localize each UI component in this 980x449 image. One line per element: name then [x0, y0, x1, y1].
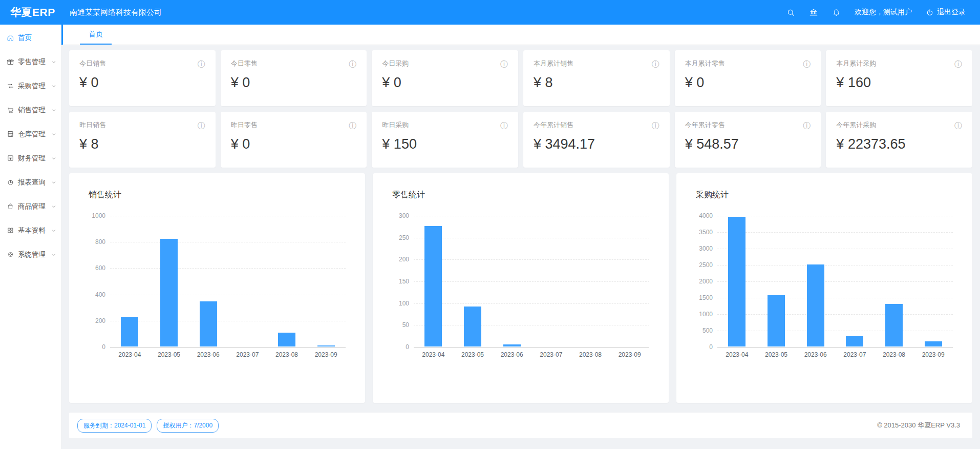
- info-icon[interactable]: ⓘ: [198, 121, 205, 129]
- chart-card-采购统计: 采购统计050010001500200025003000350040002023…: [676, 173, 972, 403]
- info-icon[interactable]: ⓘ: [500, 60, 508, 68]
- chart-plot-area: 02004006008001000: [110, 216, 346, 347]
- y-tick-label: 150: [399, 278, 409, 285]
- service-expiry-badge[interactable]: 服务到期：2024-01-01: [77, 419, 152, 433]
- y-tick-label: 400: [95, 291, 105, 298]
- stat-value: ¥ 548.57: [685, 136, 811, 152]
- gridline: [717, 331, 953, 331]
- y-tick-label: 1500: [699, 294, 713, 301]
- app-logo[interactable]: 华夏ERP: [0, 5, 61, 19]
- y-tick-label: 1000: [92, 212, 105, 219]
- bar-2023-09: [317, 345, 335, 346]
- x-tick-label: 2023-08: [875, 351, 914, 358]
- logout-label: 退出登录: [937, 8, 966, 17]
- gridline: [414, 347, 649, 348]
- chevron-down-icon: [51, 84, 56, 89]
- info-icon[interactable]: ⓘ: [349, 60, 356, 68]
- stat-label: 昨日销售: [79, 120, 106, 130]
- sidebar-item-销售管理[interactable]: 销售管理: [0, 98, 61, 122]
- sidebar-item-财务管理[interactable]: 财务管理: [0, 146, 61, 170]
- bar-2023-08: [885, 304, 903, 346]
- chart-plot-area: 05001000150020002500300035004000: [717, 216, 953, 347]
- sidebar-item-仓库管理[interactable]: 仓库管理: [0, 122, 61, 146]
- stat-row: 昨日销售ⓘ¥ 8昨日零售ⓘ¥ 0昨日采购ⓘ¥ 150今年累计销售ⓘ¥ 3494.…: [69, 112, 972, 168]
- stat-cards: 今日销售ⓘ¥ 0今日零售ⓘ¥ 0今日采购ⓘ¥ 0本月累计销售ⓘ¥ 8本月累计零售…: [69, 50, 972, 168]
- stat-row: 今日销售ⓘ¥ 0今日零售ⓘ¥ 0今日采购ⓘ¥ 0本月累计销售ⓘ¥ 8本月累计零售…: [69, 50, 972, 106]
- y-tick-label: 300: [399, 212, 409, 219]
- x-tick-label: 2023-05: [757, 351, 796, 358]
- chevron-down-icon: [51, 108, 56, 113]
- stat-label: 昨日零售: [231, 120, 258, 130]
- y-tick-label: 0: [102, 343, 105, 351]
- info-icon[interactable]: ⓘ: [803, 60, 811, 68]
- info-icon[interactable]: ⓘ: [954, 121, 962, 129]
- gridline: [717, 314, 953, 315]
- chart-card-零售统计: 零售统计0501001502002503002023-042023-052023…: [373, 173, 669, 403]
- gridline: [414, 325, 649, 325]
- x-tick-label: 2023-07: [531, 351, 571, 358]
- stat-card-本月累计采购: 本月累计采购ⓘ¥ 160: [826, 50, 972, 106]
- x-tick-label: 2023-06: [492, 351, 531, 358]
- chart-plot-area: 050100150200250300: [414, 216, 649, 347]
- footer-bar: 服务到期：2024-01-01 授权用户：7/2000 © 2015-2030 …: [69, 413, 972, 438]
- bank-icon[interactable]: [809, 8, 818, 17]
- licensed-users-badge[interactable]: 授权用户：7/2000: [157, 419, 219, 433]
- gridline: [717, 249, 953, 249]
- bar-2023-05: [464, 307, 481, 347]
- sidebar-item-报表查询[interactable]: 报表查询: [0, 170, 61, 194]
- stat-card-今年累计采购: 今年累计采购ⓘ¥ 22373.65: [826, 112, 972, 168]
- sidebar-item-label: 首页: [18, 33, 56, 43]
- sidebar-item-零售管理[interactable]: 零售管理: [0, 50, 61, 74]
- bell-icon[interactable]: [832, 8, 841, 17]
- gridline: [717, 265, 953, 266]
- info-icon[interactable]: ⓘ: [652, 60, 659, 68]
- sidebar-item-label: 采购管理: [18, 81, 51, 91]
- x-tick-label: 2023-06: [796, 351, 835, 358]
- sidebar-item-label: 仓库管理: [18, 130, 51, 139]
- y-tick-label: 4000: [699, 212, 713, 219]
- info-icon[interactable]: ⓘ: [349, 121, 356, 129]
- stat-label: 今日采购: [382, 59, 409, 68]
- gridline: [414, 259, 649, 260]
- stat-value: ¥ 0: [382, 75, 508, 91]
- tab-bar: 首页: [61, 25, 980, 45]
- info-icon[interactable]: ⓘ: [500, 121, 508, 129]
- stat-card-今日零售: 今日零售ⓘ¥ 0: [221, 50, 367, 106]
- info-icon[interactable]: ⓘ: [803, 121, 811, 129]
- welcome-text: 欢迎您，测试用户: [855, 8, 912, 17]
- search-icon[interactable]: [786, 8, 795, 17]
- app-header: 华夏ERP 南通某某网络科技有限公司 欢迎您，测试用户 退出登录: [0, 0, 980, 25]
- bar-2023-04: [728, 217, 745, 346]
- gridline: [414, 238, 649, 238]
- gridline: [414, 303, 649, 304]
- stat-card-昨日零售: 昨日零售ⓘ¥ 0: [221, 112, 367, 168]
- info-icon[interactable]: ⓘ: [652, 121, 659, 129]
- tab-home[interactable]: 首页: [80, 25, 112, 45]
- stat-label: 今年累计零售: [685, 120, 725, 130]
- x-tick-label: 2023-09: [913, 351, 953, 358]
- sidebar-item-采购管理[interactable]: 采购管理: [0, 74, 61, 98]
- y-tick-label: 500: [702, 327, 713, 334]
- pie-icon: [7, 178, 14, 186]
- y-tick-label: 2000: [699, 278, 713, 285]
- stat-value: ¥ 0: [231, 136, 357, 152]
- info-icon[interactable]: ⓘ: [954, 60, 962, 68]
- sidebar-item-基本资料[interactable]: 基本资料: [0, 218, 61, 242]
- sidebar-item-商品管理[interactable]: 商品管理: [0, 194, 61, 218]
- y-tick-label: 600: [95, 264, 105, 272]
- sidebar: 首页零售管理采购管理销售管理仓库管理财务管理报表查询商品管理基本资料系统管理: [0, 25, 61, 449]
- stat-value: ¥ 22373.65: [836, 136, 962, 152]
- sidebar-item-首页[interactable]: 首页: [0, 26, 61, 50]
- appstore-icon: [7, 227, 14, 234]
- gridline: [110, 347, 346, 348]
- x-tick-label: 2023-05: [453, 351, 493, 358]
- stat-label: 今日零售: [231, 59, 258, 68]
- stat-value: ¥ 150: [382, 136, 508, 152]
- sidebar-item-系统管理[interactable]: 系统管理: [0, 242, 61, 267]
- bar-2023-09: [925, 341, 942, 346]
- logout-button[interactable]: 退出登录: [926, 8, 966, 17]
- x-tick-label: 2023-07: [835, 351, 875, 358]
- info-icon[interactable]: ⓘ: [198, 60, 205, 68]
- stat-value: ¥ 8: [79, 136, 205, 152]
- gridline: [110, 321, 346, 321]
